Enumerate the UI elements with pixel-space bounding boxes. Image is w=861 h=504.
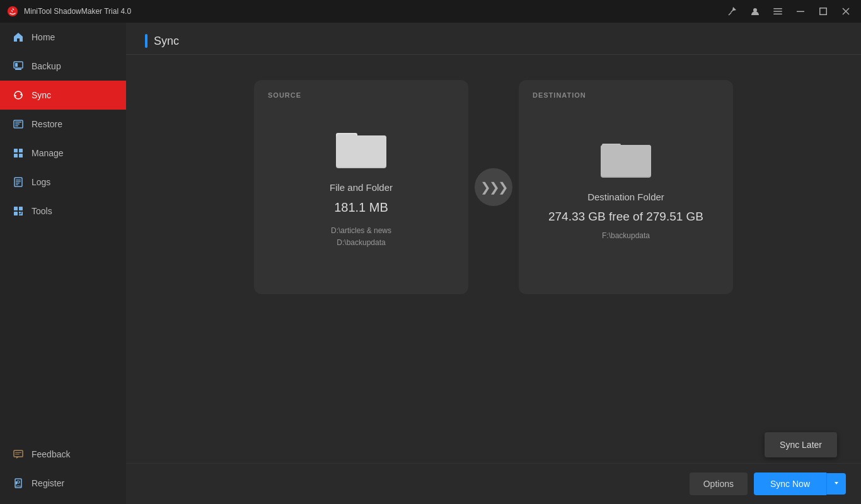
- source-card[interactable]: SOURCE File and Folder 181.1 MB D:\artic…: [254, 80, 468, 294]
- svg-rect-11: [15, 63, 18, 67]
- svg-rect-23: [16, 181, 21, 182]
- source-paths: D:\articles & news D:\backupdata: [331, 225, 391, 249]
- svg-rect-44: [601, 145, 651, 176]
- destination-card[interactable]: DESTINATION Destination Folder 274.33 GB…: [519, 80, 733, 294]
- sidebar-item-manage[interactable]: Manage: [0, 139, 126, 168]
- svg-rect-33: [15, 452, 21, 453]
- svg-rect-22: [16, 180, 21, 180]
- sidebar-item-logs[interactable]: Logs: [0, 168, 126, 197]
- svg-rect-6: [797, 11, 804, 13]
- bottom-action-bar: Options Sync Now Sync Later: [126, 463, 861, 504]
- register-icon: [13, 478, 24, 489]
- window-controls: [724, 3, 855, 20]
- sync-now-group: Sync Now Sync Later: [754, 472, 846, 495]
- sidebar-item-backup[interactable]: Backup: [0, 52, 126, 81]
- account-icon[interactable]: [746, 3, 764, 20]
- sidebar-item-tools[interactable]: Tools: [0, 197, 126, 226]
- svg-rect-29: [19, 212, 21, 214]
- options-button[interactable]: Options: [690, 472, 748, 495]
- source-folder-icon: [336, 125, 386, 171]
- manage-icon: [13, 147, 24, 159]
- restore-icon: [13, 118, 24, 130]
- tools-icon: [13, 205, 24, 217]
- svg-rect-15: [15, 123, 20, 125]
- source-type: File and Folder: [330, 182, 393, 193]
- svg-rect-28: [14, 212, 18, 215]
- app-container: Home Backup Sync: [0, 23, 861, 504]
- svg-rect-4: [773, 11, 782, 12]
- sidebar: Home Backup Sync: [0, 23, 126, 504]
- svg-rect-40: [336, 135, 386, 167]
- logs-icon: [13, 176, 24, 188]
- destination-path: F:\backupdata: [602, 231, 650, 240]
- svg-rect-19: [14, 154, 18, 158]
- svg-rect-5: [773, 14, 782, 15]
- sidebar-item-restore[interactable]: Restore: [0, 110, 126, 139]
- destination-type: Destination Folder: [587, 192, 664, 202]
- destination-free-space: 274.33 GB free of 279.51 GB: [548, 210, 703, 224]
- page-header: Sync: [126, 23, 861, 55]
- content-area: Sync SOURCE File and Folder 181.1 MB: [126, 23, 861, 504]
- svg-rect-20: [19, 154, 23, 158]
- titlebar: MiniTool ShadowMaker Trial 4.0: [0, 0, 861, 23]
- svg-rect-18: [19, 149, 23, 152]
- destination-folder-icon: [601, 135, 651, 180]
- sidebar-item-sync[interactable]: Sync: [0, 81, 126, 110]
- sync-now-button[interactable]: Sync Now: [754, 472, 826, 495]
- minimize-icon[interactable]: [792, 3, 809, 20]
- svg-rect-21: [14, 178, 22, 186]
- menu-icon[interactable]: [769, 3, 787, 20]
- sidebar-item-home[interactable]: Home: [0, 23, 126, 52]
- destination-label: DESTINATION: [533, 91, 586, 99]
- sync-now-dropdown-button[interactable]: [826, 473, 846, 495]
- svg-rect-26: [14, 207, 18, 210]
- arrow-circle: ❯❯❯: [475, 168, 512, 206]
- page-title: Sync: [154, 35, 179, 48]
- svg-rect-24: [16, 183, 20, 183]
- sidebar-item-register[interactable]: Register: [0, 469, 126, 498]
- sidebar-item-feedback[interactable]: Feedback: [0, 440, 126, 469]
- home-icon: [13, 32, 24, 43]
- svg-rect-41: [337, 134, 356, 138]
- maximize-icon[interactable]: [814, 3, 832, 20]
- app-title: MiniTool ShadowMaker Trial 4.0: [24, 7, 724, 16]
- sync-later-option[interactable]: Sync Later: [765, 432, 837, 457]
- feedback-icon: [13, 449, 24, 460]
- svg-rect-25: [16, 185, 18, 185]
- sync-direction-arrow: ❯❯❯: [468, 80, 519, 294]
- backup-icon: [13, 60, 24, 72]
- svg-rect-27: [19, 207, 23, 210]
- svg-rect-37: [16, 481, 17, 484]
- sync-icon: [13, 89, 24, 101]
- svg-rect-32: [14, 450, 23, 457]
- svg-rect-31: [19, 214, 23, 215]
- svg-rect-17: [14, 149, 18, 152]
- svg-rect-16: [15, 125, 18, 127]
- svg-rect-3: [773, 8, 782, 9]
- svg-point-36: [17, 481, 20, 483]
- pin-icon[interactable]: [724, 3, 741, 20]
- svg-line-1: [729, 13, 731, 15]
- svg-rect-34: [15, 454, 20, 455]
- page-accent-bar: [145, 34, 147, 48]
- sync-workspace: SOURCE File and Folder 181.1 MB D:\artic…: [126, 55, 861, 463]
- source-size: 181.1 MB: [334, 200, 388, 215]
- svg-rect-7: [820, 8, 827, 15]
- svg-rect-12: [15, 69, 21, 70]
- source-label: SOURCE: [268, 91, 301, 99]
- close-icon[interactable]: [837, 3, 855, 20]
- svg-rect-14: [15, 122, 21, 123]
- app-logo: [6, 5, 19, 18]
